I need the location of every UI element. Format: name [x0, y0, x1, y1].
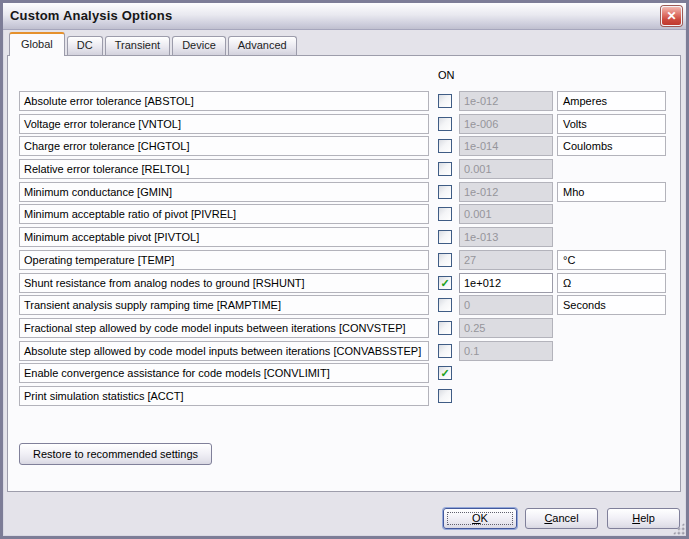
option-checkbox[interactable]	[438, 298, 452, 312]
option-row: Minimum acceptable pivot [PIVTOL] 1e-013	[19, 227, 667, 247]
option-row: Absolute error tolerance [ABSTOL] 1e-012…	[19, 91, 667, 111]
on-column-header: ON	[438, 69, 455, 81]
option-row: Print simulation statistics [ACCT]	[19, 386, 667, 406]
tab-transient[interactable]: Transient	[105, 36, 170, 55]
option-checkbox[interactable]	[438, 162, 452, 176]
option-row: Charge error tolerance [CHGTOL] 1e-014 C…	[19, 136, 667, 156]
options-list: Absolute error tolerance [ABSTOL] 1e-012…	[19, 91, 667, 409]
option-value-field[interactable]: 0.25	[459, 318, 553, 338]
close-button[interactable]: ✕	[661, 6, 682, 26]
close-icon: ✕	[666, 9, 676, 23]
option-label: Minimum acceptable ratio of pivot [PIVRE…	[19, 204, 429, 224]
tab-strip: GlobalDCTransientDeviceAdvanced	[9, 32, 297, 56]
option-row: Transient analysis supply ramping time […	[19, 295, 667, 315]
option-value-field[interactable]: 0	[459, 295, 553, 315]
option-checkbox[interactable]: ✓	[438, 366, 452, 380]
ok-button[interactable]: OK	[443, 508, 517, 529]
option-unit-field: Seconds	[557, 295, 666, 315]
option-label: Operating temperature [TEMP]	[19, 250, 429, 270]
option-checkbox[interactable]	[438, 117, 452, 131]
option-checkbox[interactable]: ✓	[438, 276, 452, 290]
tab-device[interactable]: Device	[172, 36, 226, 55]
tab-page-global: ON Absolute error tolerance [ABSTOL] 1e-…	[7, 55, 681, 492]
option-value-field[interactable]: 1e-014	[459, 136, 553, 156]
custom-analysis-options-dialog: Custom Analysis Options ✕ GlobalDCTransi…	[0, 0, 689, 539]
option-checkbox[interactable]	[438, 230, 452, 244]
restore-recommended-settings-button[interactable]: Restore to recommended settings	[19, 443, 212, 465]
option-checkbox[interactable]	[438, 389, 452, 403]
option-unit-field: Coulombs	[557, 136, 666, 156]
option-value-field[interactable]: 1e-013	[459, 227, 553, 247]
option-row: Operating temperature [TEMP] 27 °C	[19, 250, 667, 270]
option-label: Charge error tolerance [CHGTOL]	[19, 136, 429, 156]
window-title: Custom Analysis Options	[10, 3, 172, 29]
option-unit-field: Volts	[557, 114, 666, 134]
option-checkbox[interactable]	[438, 185, 452, 199]
option-label: Absolute error tolerance [ABSTOL]	[19, 91, 429, 111]
option-row: Relative error tolerance [RELTOL] 0.001	[19, 159, 667, 179]
option-row: Minimum acceptable ratio of pivot [PIVRE…	[19, 204, 667, 224]
option-label: Transient analysis supply ramping time […	[19, 295, 429, 315]
option-checkbox[interactable]	[438, 344, 452, 358]
option-unit-field: Ω	[557, 273, 666, 293]
option-label: Voltage error tolerance [VNTOL]	[19, 114, 429, 134]
option-row: Absolute step allowed by code model inpu…	[19, 341, 667, 361]
option-value-field[interactable]: 0.001	[459, 159, 553, 179]
option-label: Enable convergence assistance for code m…	[19, 363, 429, 383]
option-label: Shunt resistance from analog nodes to gr…	[19, 273, 429, 293]
tab-dc[interactable]: DC	[67, 36, 103, 55]
option-checkbox[interactable]	[438, 139, 452, 153]
option-value-field[interactable]: 0.1	[459, 341, 553, 361]
option-value-field[interactable]: 1e-012	[459, 182, 553, 202]
option-checkbox[interactable]	[438, 253, 452, 267]
tab-global[interactable]: Global	[9, 32, 65, 56]
tab-advanced[interactable]: Advanced	[228, 36, 297, 55]
option-value-field[interactable]: 1e-012	[459, 91, 553, 111]
option-row: Shunt resistance from analog nodes to gr…	[19, 273, 667, 293]
cancel-button[interactable]: Cancel	[525, 508, 598, 529]
option-unit-field: °C	[557, 250, 666, 270]
option-checkbox[interactable]	[438, 321, 452, 335]
option-value-field[interactable]: 27	[459, 250, 553, 270]
option-label: Relative error tolerance [RELTOL]	[19, 159, 429, 179]
option-value-field[interactable]: 0.001	[459, 204, 553, 224]
option-label: Print simulation statistics [ACCT]	[19, 386, 429, 406]
option-label: Fractional step allowed by code model in…	[19, 318, 429, 338]
option-label: Minimum acceptable pivot [PIVTOL]	[19, 227, 429, 247]
option-row: Voltage error tolerance [VNTOL] 1e-006 V…	[19, 114, 667, 134]
option-value-field[interactable]: 1e+012	[459, 273, 553, 293]
option-unit-field: Mho	[557, 182, 666, 202]
option-unit-field: Amperes	[557, 91, 666, 111]
option-label: Absolute step allowed by code model inpu…	[19, 341, 429, 361]
option-value-field[interactable]: 1e-006	[459, 114, 553, 134]
option-row: Minimum conductance [GMIN] 1e-012 Mho	[19, 182, 667, 202]
option-row: Enable convergence assistance for code m…	[19, 363, 667, 383]
title-bar[interactable]: Custom Analysis Options ✕	[3, 3, 686, 30]
option-checkbox[interactable]	[438, 94, 452, 108]
option-row: Fractional step allowed by code model in…	[19, 318, 667, 338]
option-label: Minimum conductance [GMIN]	[19, 182, 429, 202]
option-checkbox[interactable]	[438, 207, 452, 221]
help-button[interactable]: Help	[607, 508, 680, 529]
